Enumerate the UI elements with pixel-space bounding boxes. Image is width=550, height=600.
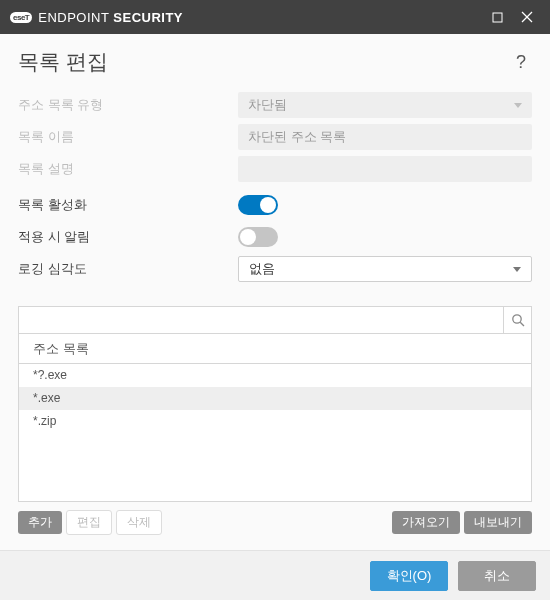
dialog-title: 목록 편집 [18,48,510,76]
delete-button: 삭제 [116,510,162,535]
brand-name-light: ENDPOINT [38,10,109,25]
ok-button[interactable]: 확인(O) [370,561,448,591]
square-icon [492,12,503,23]
list-item[interactable]: *.zip [19,410,531,433]
cancel-button[interactable]: 취소 [458,561,536,591]
list-active-toggle[interactable] [238,195,278,215]
list-active-label: 목록 활성화 [18,196,238,214]
notify-toggle[interactable] [238,227,278,247]
list-type-label: 주소 목록 유형 [18,96,238,114]
window-close-button[interactable] [512,0,542,34]
brand-name: ENDPOINT SECURITY [38,10,183,25]
svg-rect-0 [493,13,502,22]
footer: 확인(O) 취소 [0,550,550,600]
list-desc-field [238,156,532,182]
list-item[interactable]: *?.exe [19,364,531,387]
search-input[interactable] [19,307,503,333]
notify-label: 적용 시 알림 [18,228,238,246]
add-button[interactable]: 추가 [18,511,62,534]
severity-select[interactable]: 없음 [238,256,532,282]
list-name-label: 목록 이름 [18,128,238,146]
titlebar: eseT ENDPOINT SECURITY [0,0,550,34]
export-button[interactable]: 내보내기 [464,511,532,534]
svg-point-3 [512,315,520,323]
svg-line-4 [520,322,524,326]
search-row [18,306,532,334]
search-button[interactable] [503,307,531,333]
list-name-field: 차단된 주소 목록 [238,124,532,150]
help-button[interactable]: ? [510,50,532,75]
window-maximize-button[interactable] [482,0,512,34]
brand: eseT ENDPOINT SECURITY [10,10,183,25]
edit-button: 편집 [66,510,112,535]
list-type-field: 차단됨 [238,92,532,118]
list-body: *?.exe*.exe*.zip [18,364,532,502]
brand-name-bold: SECURITY [113,10,183,25]
list-column-header[interactable]: 주소 목록 [18,334,532,364]
severity-label: 로깅 심각도 [18,260,238,278]
brand-logo: eseT [10,12,32,23]
severity-value: 없음 [249,260,275,278]
import-button[interactable]: 가져오기 [392,511,460,534]
search-icon [511,313,525,327]
list-item[interactable]: *.exe [19,387,531,410]
list-desc-label: 목록 설명 [18,160,238,178]
close-icon [521,11,533,23]
